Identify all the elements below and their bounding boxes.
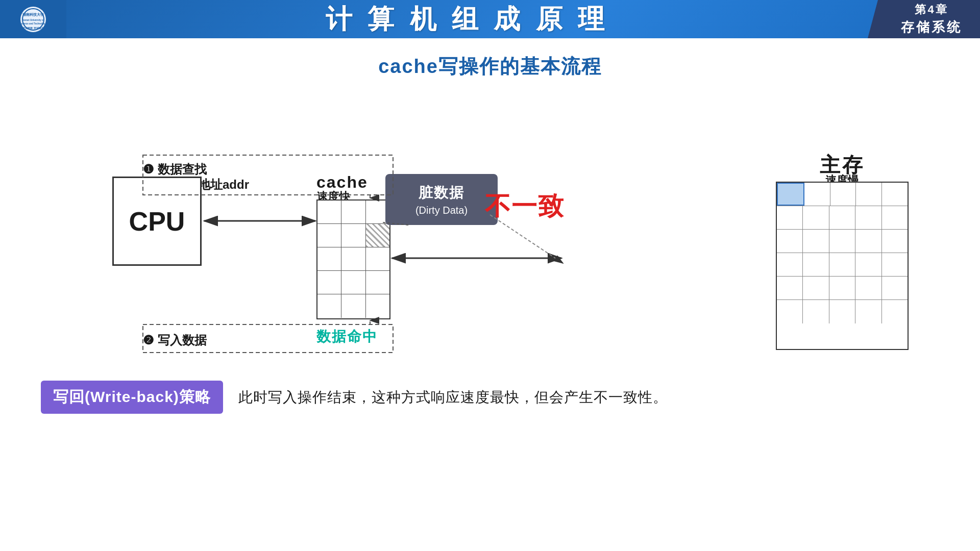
cpu-label: CPU: [129, 206, 185, 237]
header: 湖南科技大学 Hunan University of Science and T…: [0, 0, 980, 38]
cache-row: [317, 247, 389, 271]
mem-cell: [777, 206, 803, 229]
mem-cell: [882, 277, 908, 299]
mem-cell: [882, 230, 908, 253]
annotation-step1: ❶ 数据查找: [143, 161, 207, 178]
cpu-box: CPU: [112, 177, 202, 266]
page-subtitle: cache写操作的基本流程: [31, 54, 949, 80]
cache-cell: [341, 294, 365, 318]
data-hit-label: 数据命中: [316, 327, 378, 346]
mem-cell: [855, 206, 881, 229]
cache-cell: [366, 294, 389, 318]
strategy-bar: 写回(Write-back)策略 此时写入操作结束，这种方式响应速度最快，但会产…: [31, 381, 949, 414]
cache-cell: [366, 247, 389, 270]
mem-cell: [777, 300, 803, 323]
header-title: 计 算 机 组 成 原 理: [66, 2, 868, 37]
mem-cell: [829, 206, 855, 229]
mem-cell: [803, 277, 829, 299]
strategy-description: 此时写入操作结束，这种方式响应速度最快，但会产生不一致性。: [238, 387, 668, 407]
mem-row: [777, 230, 908, 253]
mem-cell: [856, 183, 882, 206]
mem-cell: [882, 300, 908, 323]
cache-cell: [317, 247, 341, 270]
chapter-badge: 第4章 存储系统: [868, 0, 980, 38]
logo-emblem: 湖南科技大学 Hunan University of Science and T…: [20, 7, 46, 32]
dirty-data-sub: (Dirty Data): [415, 205, 468, 216]
cache-cell: [341, 201, 365, 223]
mem-cell: [855, 230, 881, 253]
logo-container: 湖南科技大学 Hunan University of Science and T…: [0, 0, 66, 38]
cache-cell: [317, 224, 341, 247]
cache-row: [317, 224, 389, 247]
svg-text:求实惟新 至诚致志: 求实惟新 至诚致志: [22, 27, 44, 30]
cache-row: [317, 294, 389, 318]
cache-row: [317, 201, 389, 224]
svg-text:Science and Technology: Science and Technology: [21, 22, 45, 25]
chapter-sub: 存储系统: [901, 18, 962, 36]
mem-cell: [882, 183, 908, 206]
mem-cell: [829, 277, 855, 299]
main-mem-grid: [776, 182, 909, 350]
cache-grid: [316, 199, 390, 319]
cache-cell-dirty: [366, 224, 389, 247]
cache-row: [317, 271, 389, 294]
cache-cell: [317, 201, 341, 223]
mem-cell: [829, 230, 855, 253]
mem-cell: [803, 253, 829, 276]
mem-cell: [830, 183, 856, 206]
dirty-data-bubble: 脏数据 (Dirty Data): [385, 174, 498, 225]
mem-cell: [777, 277, 803, 299]
mem-row: [777, 206, 908, 230]
diagram-area: ❶ 数据查找 主存地址addr CPU cache 速度快: [31, 100, 949, 365]
mem-cell: [777, 230, 803, 253]
cache-cell: [366, 271, 389, 294]
inconsistent-label: 不一致: [485, 189, 565, 223]
cache-cell: [341, 224, 365, 247]
mem-row: [777, 253, 908, 277]
annotation-step2: ❷ 写入数据: [143, 332, 207, 348]
subtitle-cache: cache: [378, 56, 438, 77]
mem-cell: [803, 206, 829, 229]
mem-row: [777, 277, 908, 300]
mem-cell: [855, 253, 881, 276]
chapter-label: 第4章: [915, 2, 948, 17]
mem-cell: [803, 230, 829, 253]
svg-text:湖南科技大学: 湖南科技大学: [22, 12, 44, 16]
mem-cell: [803, 300, 829, 323]
cache-cell: [341, 247, 365, 270]
cache-cell: [341, 271, 365, 294]
mem-cell: [855, 277, 881, 299]
subtitle-rest: 写操作的基本流程: [438, 56, 602, 77]
mem-cell: [829, 253, 855, 276]
cache-cell: [317, 271, 341, 294]
mem-cell: [882, 253, 908, 276]
mem-cell: [855, 300, 881, 323]
mem-cell: [829, 300, 855, 323]
mem-cell: [777, 253, 803, 276]
main-content: cache写操作的基本流程 ❶ 数据查找 主存地址addr CPU cache …: [0, 38, 980, 500]
mem-cell-highlighted: [777, 183, 804, 206]
dirty-data-title: 脏数据: [419, 183, 464, 203]
strategy-label: 写回(Write-back)策略: [41, 381, 223, 414]
cache-cell: [317, 294, 341, 318]
mem-cell: [804, 183, 830, 206]
svg-text:Hunan University of: Hunan University of: [22, 19, 44, 21]
mem-row: [777, 183, 908, 206]
mem-row: [777, 300, 908, 323]
mem-cell: [882, 206, 908, 229]
